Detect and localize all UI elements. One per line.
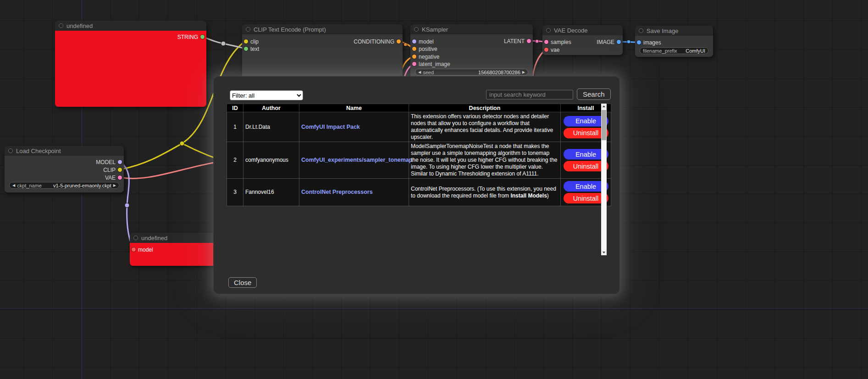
node-undefined-top[interactable]: undefined STRING <box>55 21 206 107</box>
node-title: VAE Decode <box>554 27 587 34</box>
port-dot-latent[interactable] <box>527 39 531 43</box>
reroute-dot-model[interactable] <box>125 203 129 208</box>
collapse-dot-icon[interactable] <box>414 27 419 32</box>
port-dot-negative[interactable] <box>412 55 416 59</box>
cell-author: comfyanonymous <box>243 142 299 179</box>
decrement-arrow-icon[interactable]: ◀ <box>418 70 421 74</box>
scrollbar-up-arrow-icon[interactable] <box>601 104 607 109</box>
output-port-model[interactable]: MODEL <box>96 159 122 165</box>
port-dot-images[interactable] <box>637 40 641 44</box>
port-label: CLIP <box>103 167 116 173</box>
increment-arrow-icon[interactable]: ▶ <box>522 70 525 74</box>
node-title-bar[interactable]: undefined <box>130 233 218 243</box>
input-port-clip[interactable]: clip <box>244 38 259 44</box>
node-vae-decode[interactable]: VAE Decode samples vae IMAGE <box>542 25 623 55</box>
search-button[interactable]: Search <box>577 88 611 100</box>
node-clip-text-encode[interactable]: CLIP Text Encode (Prompt) clip text COND… <box>242 24 403 84</box>
input-port-negative[interactable]: negative <box>412 54 439 60</box>
port-label: STRING <box>177 34 198 40</box>
cell-id: 1 <box>227 112 243 142</box>
input-port-samples[interactable]: samples <box>544 39 571 45</box>
input-port-latent-image[interactable]: latent_image <box>412 61 450 67</box>
input-port-model[interactable]: model <box>132 247 153 253</box>
output-port-clip[interactable]: CLIP <box>103 167 122 173</box>
search-input[interactable] <box>486 90 573 99</box>
port-dot-clip[interactable] <box>118 168 122 172</box>
output-port-conditioning[interactable]: CONDITIONING <box>354 38 401 44</box>
port-dot-model[interactable] <box>132 247 136 252</box>
table-row: 1 Dr.Lt.Data ComfyUI Impact Pack This ex… <box>227 112 611 142</box>
cell-name: ComfyUI Impact Pack <box>299 112 409 142</box>
node-title-bar[interactable]: VAE Decode <box>542 25 623 35</box>
port-dot-vae[interactable] <box>544 48 548 52</box>
port-label: positive <box>419 46 437 52</box>
extension-link[interactable]: ControlNet Preprocessors <box>301 189 373 195</box>
input-port-images[interactable]: images <box>637 39 661 45</box>
previous-arrow-icon[interactable]: ◀ <box>12 183 15 187</box>
port-dot-samples[interactable] <box>544 40 548 44</box>
cell-name: ControlNet Preprocessors <box>299 179 409 206</box>
port-dot-vae[interactable] <box>118 176 122 180</box>
description-text: This extension offers various detector n… <box>411 113 553 140</box>
node-title-bar[interactable]: CLIP Text Encode (Prompt) <box>242 24 403 34</box>
seed-widget[interactable]: ◀ seed 156680208700286 ▶ <box>415 69 528 76</box>
port-dot-image[interactable] <box>617 40 621 44</box>
output-port-latent[interactable]: LATENT <box>504 38 531 44</box>
node-save-image[interactable]: Save Image images filename_prefix ComfyU… <box>635 26 713 57</box>
filter-select[interactable]: Filter: all <box>230 90 303 100</box>
port-dot-conditioning[interactable] <box>397 39 401 44</box>
node-body <box>55 31 206 107</box>
port-dot-model[interactable] <box>118 160 122 164</box>
input-port-positive[interactable]: positive <box>412 46 437 52</box>
node-load-checkpoint[interactable]: Load Checkpoint MODEL CLIP VAE ◀ ckpt_na… <box>5 146 124 192</box>
collapse-dot-icon[interactable] <box>133 236 138 240</box>
extension-link[interactable]: ComfyUI Impact Pack <box>301 124 360 130</box>
close-button[interactable]: Close <box>228 277 257 288</box>
node-title-bar[interactable]: Save Image <box>635 26 713 36</box>
header-id: ID <box>227 104 243 112</box>
ckpt-name-widget[interactable]: ◀ ckpt_name v1-5-pruned-emaonly.ckpt ▶ <box>9 182 119 189</box>
widget-label: seed <box>423 70 434 75</box>
output-port-string[interactable]: STRING <box>177 34 205 40</box>
output-port-image[interactable]: IMAGE <box>597 39 621 45</box>
filename-prefix-widget[interactable]: filename_prefix ComfyUI <box>640 47 708 54</box>
scrollbar-down-arrow-icon[interactable] <box>601 250 607 255</box>
node-ksampler[interactable]: KSampler model positive negative latent_… <box>410 24 533 84</box>
reroute-dot-string[interactable] <box>221 41 226 46</box>
scrollbar[interactable] <box>601 104 607 255</box>
port-dot-string[interactable] <box>200 35 205 39</box>
port-label: model <box>419 38 434 45</box>
header-name: Name <box>299 104 409 112</box>
port-dot-clip[interactable] <box>244 39 248 44</box>
port-dot-model[interactable] <box>412 39 416 44</box>
collapse-dot-icon[interactable] <box>546 28 551 33</box>
reroute-dot-clip[interactable] <box>180 141 184 146</box>
port-dot-positive[interactable] <box>412 47 416 51</box>
scrollbar-thumb[interactable] <box>602 110 606 140</box>
node-undefined-bottom[interactable]: undefined model <box>130 233 218 266</box>
port-label: images <box>643 39 661 46</box>
node-title-bar[interactable]: undefined <box>55 21 206 31</box>
wire-string-to-text <box>203 37 245 49</box>
input-port-model[interactable]: model <box>412 38 434 44</box>
node-title: CLIP Text Encode (Prompt) <box>254 26 326 33</box>
description-bold-text: Install Models <box>510 192 547 199</box>
node-title-bar[interactable]: Load Checkpoint <box>5 146 124 156</box>
cell-id: 2 <box>227 142 243 179</box>
port-label: CONDITIONING <box>354 38 394 45</box>
collapse-dot-icon[interactable] <box>59 23 63 28</box>
node-title: undefined <box>66 22 93 29</box>
next-arrow-icon[interactable]: ▶ <box>113 183 116 187</box>
port-dot-latent-image[interactable] <box>412 62 416 66</box>
widget-value: ComfyUI <box>686 48 705 54</box>
collapse-dot-icon[interactable] <box>639 28 643 33</box>
node-title-bar[interactable]: KSampler <box>410 24 533 34</box>
link-dot-latent <box>535 39 539 43</box>
collapse-dot-icon[interactable] <box>8 148 13 153</box>
input-port-text[interactable]: text <box>244 46 259 52</box>
input-port-vae[interactable]: vae <box>544 47 559 53</box>
collapse-dot-icon[interactable] <box>246 27 250 32</box>
extension-link[interactable]: ComfyUI_experiments/sampler_tonemap <box>301 157 412 163</box>
port-dot-text[interactable] <box>244 47 248 51</box>
output-port-vae[interactable]: VAE <box>105 175 122 181</box>
